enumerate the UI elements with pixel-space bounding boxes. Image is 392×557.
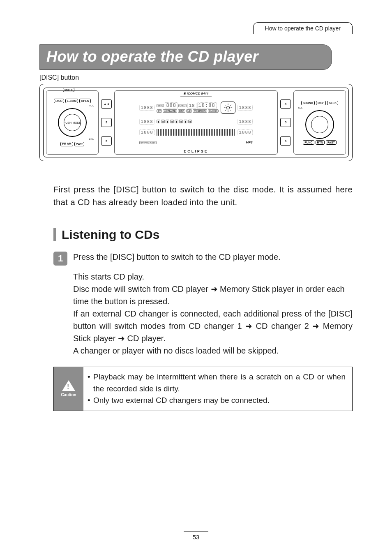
seg-r3a: 1888 [139, 129, 154, 135]
tag-ld: LD [186, 109, 192, 113]
disc-button[interactable]: DISC [54, 99, 64, 103]
faceplate-right-module: SOUND DISP SEEK SEL FUNC RTN FAST [293, 90, 346, 155]
caution-item: Playback may be intermittent when there … [88, 371, 346, 395]
st-indicator: ST [157, 109, 162, 113]
tag-position: POSITION [193, 109, 207, 113]
warning-triangle-icon [62, 380, 75, 391]
seg-r1b: 888 [165, 102, 178, 109]
src-indicator: SRC [157, 104, 164, 107]
svg-point-0 [227, 106, 230, 109]
step-title: Press the [DISC] button to switch to the… [73, 251, 281, 263]
sel-label: SEL [298, 106, 302, 109]
manual-page: How to operate the CD player How to oper… [0, 0, 392, 557]
step-body-line1: This starts CD play. [73, 270, 353, 283]
screen-brand-left: E-iCOM [184, 92, 196, 95]
caution-box: Caution Playback may be intermittent whe… [53, 367, 353, 411]
preset-1[interactable]: ▲1 [101, 99, 112, 109]
eq-5: ▮ [175, 120, 178, 123]
step-body: This starts CD play. Disc mode will swit… [73, 270, 353, 357]
eq-6: ▮ [179, 120, 183, 123]
seg-r2d: 1888 [238, 119, 252, 125]
sound-button[interactable]: SOUND [301, 101, 315, 105]
disp-button[interactable]: DISP [316, 101, 326, 105]
tag-activate: ACTIVATE [163, 109, 177, 113]
preset-5[interactable]: 5 [280, 118, 291, 127]
eq-3: ▮ [166, 120, 169, 123]
eq-8: ▮ [188, 120, 192, 123]
step-1: 1 Press the [DISC] button to switch to t… [53, 251, 353, 266]
caution-list: Playback may be intermittent when there … [83, 367, 352, 411]
arrow-icon: ➜ [245, 321, 252, 331]
esn-label: ESN [89, 138, 94, 141]
right-knob[interactable] [305, 110, 334, 139]
step-body-line2: Disc mode will switch from CD player ➜ M… [73, 283, 353, 307]
svg-line-7 [225, 109, 226, 111]
pwr-button[interactable]: PWR [74, 142, 84, 146]
screen-row-4: 5V PRE-OUT MP3 [139, 141, 252, 144]
fm-am-button[interactable]: FM AM [60, 142, 73, 146]
svg-line-5 [225, 105, 226, 106]
fast-button[interactable]: FAST [326, 140, 337, 145]
faceplate-left-module: MUTE DISC E-COM OPEN VOL PUSH-MODE ESN F… [46, 90, 99, 155]
svg-line-6 [230, 109, 231, 111]
mute-button[interactable]: MUTE [63, 88, 74, 92]
tag-dsp: DSP [178, 109, 185, 113]
page-number: 53 [0, 532, 392, 541]
svg-line-8 [230, 105, 231, 106]
preout-label: 5V PRE-OUT [139, 141, 157, 144]
open-button[interactable]: OPEN [79, 99, 91, 103]
left-knob[interactable]: PUSH-MODE [58, 108, 87, 137]
push-mode-label: PUSH-MODE [64, 121, 81, 124]
preset-col-left: ▲1 2 3 [101, 90, 112, 155]
seg-r3d: 1888 [238, 129, 252, 135]
screen-row-2: 1888 ▮▮▮▮▮▮▮▮ 1888 [139, 119, 252, 125]
seek-button[interactable]: SEEK [327, 101, 338, 105]
mp3-label: MP3 [246, 141, 252, 144]
preset-col-right: 4 5 6 [280, 90, 291, 155]
seg-r2a: 1888 [139, 119, 154, 125]
page-title: How to operate the CD player [46, 48, 258, 65]
preset-2[interactable]: 2 [101, 118, 112, 127]
ecom-button[interactable]: E-COM [65, 99, 78, 103]
caution-label: Caution [61, 393, 76, 397]
screen-row-1: 1888 SRC 888 DISC 18 18:88 ST [139, 102, 252, 114]
vol-label: VOL [89, 104, 94, 107]
tag-clock: CLOCK [208, 109, 219, 113]
arrow-icon: ➜ [312, 321, 319, 331]
step-body-line4: A changer or player with no discs loaded… [73, 344, 353, 357]
step-number-badge: 1 [53, 252, 67, 266]
eq-4: ▮ [170, 120, 174, 123]
intro-paragraph: First press the [DISC] button to switch … [53, 183, 353, 209]
screen-brand-center: ECLIPSE [184, 149, 208, 154]
preset-3[interactable]: 3 [101, 136, 112, 146]
section-heading: Listening to CDs [53, 228, 353, 242]
sun-icon [221, 102, 235, 114]
step-body-line3: If an external CD changer is connected, … [73, 307, 353, 344]
spectrum-bars [157, 129, 235, 136]
disc-indicator: DISC [178, 104, 187, 107]
seg-r1d: 1888 [238, 105, 252, 111]
preset-4[interactable]: 4 [280, 99, 291, 109]
caution-item: Only two external CD changers may be con… [88, 395, 346, 407]
func-button[interactable]: FUNC [303, 140, 314, 145]
heading-bar-icon [53, 228, 56, 241]
faceplate-screen: E-iCOM CD 5444 1888 SRC 888 DISC 18 18:8… [114, 90, 278, 155]
callout-disc-button: [DISC] button [39, 74, 353, 81]
faceplate-frame: MUTE DISC E-COM OPEN VOL PUSH-MODE ESN F… [39, 84, 353, 161]
screen-model: CD 5444 [196, 92, 209, 95]
seg-r1c: 18 [187, 103, 196, 109]
eq-1: ▮ [157, 120, 160, 123]
faceplate: MUTE DISC E-COM OPEN VOL PUSH-MODE ESN F… [43, 88, 349, 157]
section-title: Listening to CDs [62, 228, 159, 242]
arrow-icon: ➜ [118, 334, 125, 343]
seg-time: 18:88 [197, 102, 217, 109]
header-tab: How to operate the CD player [253, 22, 353, 34]
eq-2: ▮ [161, 120, 165, 123]
arrow-icon: ➜ [211, 284, 218, 294]
caution-icon: Caution [54, 367, 83, 411]
screen-row-3: 1888 1888 [139, 129, 252, 136]
eq-7: ▮ [184, 120, 187, 123]
rtn-button[interactable]: RTN [316, 140, 325, 145]
seg-r1a: 1888 [139, 105, 154, 111]
preset-6[interactable]: 6 [280, 136, 291, 146]
